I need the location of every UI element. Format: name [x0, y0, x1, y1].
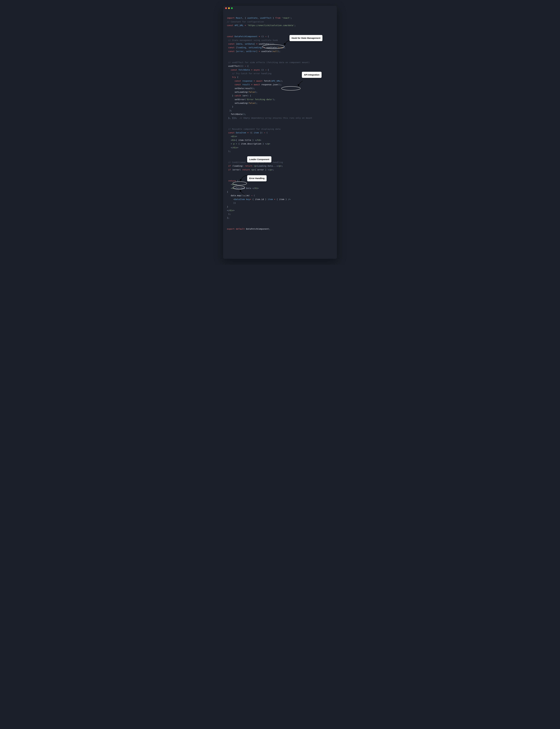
kw-return: return	[242, 169, 250, 171]
code-window: import React, { useState, useEffect } fr…	[223, 6, 337, 259]
bool-true: true	[278, 46, 283, 49]
fn-json: json	[273, 83, 278, 86]
id-item: item	[238, 139, 244, 141]
tag-div: div	[232, 183, 236, 186]
id-item: item	[244, 194, 249, 197]
kw-from: from	[275, 17, 280, 19]
str-apiurl: 'https://oneclickitsolution.com/data'	[247, 24, 294, 27]
tag-p: p	[268, 143, 269, 145]
attr-item: item	[268, 198, 273, 201]
kw-const: const	[228, 50, 235, 53]
svg-point-2	[281, 86, 300, 90]
id-data: data	[237, 43, 242, 45]
fn-setData: setData	[235, 87, 243, 90]
fn-setError: setError	[235, 98, 245, 101]
id-loading: loading	[237, 46, 246, 49]
fn-fetchData-call: fetchData	[231, 113, 242, 115]
kw-const: const	[235, 80, 241, 82]
id-loading: loading	[233, 165, 242, 167]
maximize-icon[interactable]	[231, 7, 233, 9]
fn-map: map	[237, 194, 241, 197]
window-titlebar	[223, 6, 337, 11]
bool-false: false	[249, 91, 255, 93]
comment-config: // Constant for configuration	[227, 21, 264, 23]
id-fetchData: fetchData	[238, 69, 250, 71]
kw-const: const	[231, 69, 237, 71]
tag-div: div	[233, 146, 237, 149]
id-result: result	[245, 87, 252, 90]
kw-async: async	[254, 69, 260, 71]
minimize-icon[interactable]	[228, 7, 230, 9]
tag-DataItem: DataItem	[235, 198, 245, 201]
kw-const: const	[228, 46, 235, 49]
tag-p: p	[279, 165, 280, 167]
tag-div: div	[232, 135, 236, 138]
id-apiurl-use: API_URL	[272, 80, 280, 82]
fn-fetch: fetch	[264, 80, 270, 82]
id-component: DataFetchComponent	[235, 35, 257, 38]
kw-const: const	[227, 24, 233, 27]
annotation-loader: Loader Component	[247, 156, 271, 162]
id-response: response	[261, 83, 272, 86]
id-error: error	[237, 50, 244, 53]
id-item: item	[241, 143, 246, 145]
fn-useState: useState	[266, 46, 277, 49]
tag-div: div	[229, 209, 233, 212]
attr-key: key	[246, 198, 250, 201]
kw-const: const	[228, 43, 235, 45]
id-react: React	[236, 17, 242, 19]
comment-effect: // useEffect for side effects (fetching …	[227, 61, 310, 64]
id-setLoading: setLoading	[249, 46, 261, 49]
fn-useState: useState	[261, 50, 272, 53]
fn-useState: useState	[259, 43, 269, 45]
id-title: title	[245, 139, 251, 141]
annotation-error: Error Handling	[247, 175, 267, 181]
id-setError: setError	[246, 50, 256, 53]
id-result: result	[242, 83, 250, 86]
kw-await: await	[256, 80, 263, 82]
close-icon[interactable]	[225, 7, 227, 9]
fn-setLoading: setLoading	[235, 91, 247, 93]
id-error: error	[258, 169, 264, 171]
code-block: import React, { useState, useEffect } fr…	[223, 11, 337, 259]
annotation-api: API Integration	[302, 72, 322, 78]
id-id: id	[261, 198, 264, 201]
tag-p: p	[255, 165, 256, 167]
str-errmsg: 'Error fetching data'	[246, 98, 273, 101]
text-loading: Loading Data...	[258, 165, 277, 167]
id-response: response	[242, 80, 252, 82]
comment-state: // State management using useState hook	[227, 39, 278, 41]
kw-const: const	[235, 83, 241, 86]
kw-try: try	[232, 76, 236, 78]
id-item: item	[254, 132, 259, 134]
tag-h3: h3	[258, 139, 260, 141]
kw-export: export	[227, 228, 235, 230]
id-component-export: DataFetchComponent	[246, 228, 269, 230]
tag-h1: h1	[255, 187, 257, 189]
id-item: item	[255, 198, 260, 201]
tag-h3: h3	[232, 139, 235, 141]
kw-return: return	[228, 180, 236, 182]
tag-p: p	[270, 169, 272, 171]
kw-const: const	[227, 35, 233, 38]
kw-if: if	[228, 165, 231, 167]
id-useEffect: useEffect	[260, 17, 272, 19]
kw-if: if	[228, 169, 231, 171]
comment-dep: // Empty dependency array ensures this r…	[240, 117, 312, 119]
id-item: item	[279, 198, 284, 201]
kw-return: return	[245, 165, 252, 167]
bool-false: false	[249, 102, 255, 104]
text-fetched: Fetched Data	[236, 187, 252, 189]
bool-null: null	[273, 50, 278, 53]
id-description: description	[247, 143, 261, 145]
kw-await: await	[254, 83, 260, 86]
comment-reusable: // Reusable component for displaying dat…	[227, 128, 280, 130]
kw-default: default	[236, 228, 245, 230]
id-err: err	[244, 95, 247, 97]
kw-catch: catch	[235, 95, 241, 97]
comment-trycatch: // Try Catch for error handling	[227, 72, 272, 75]
fn-useEffect: useEffect	[228, 65, 240, 67]
id-DataItem: DataItem	[236, 132, 246, 134]
id-data: data	[231, 194, 236, 197]
str-react: 'react'	[282, 17, 291, 19]
